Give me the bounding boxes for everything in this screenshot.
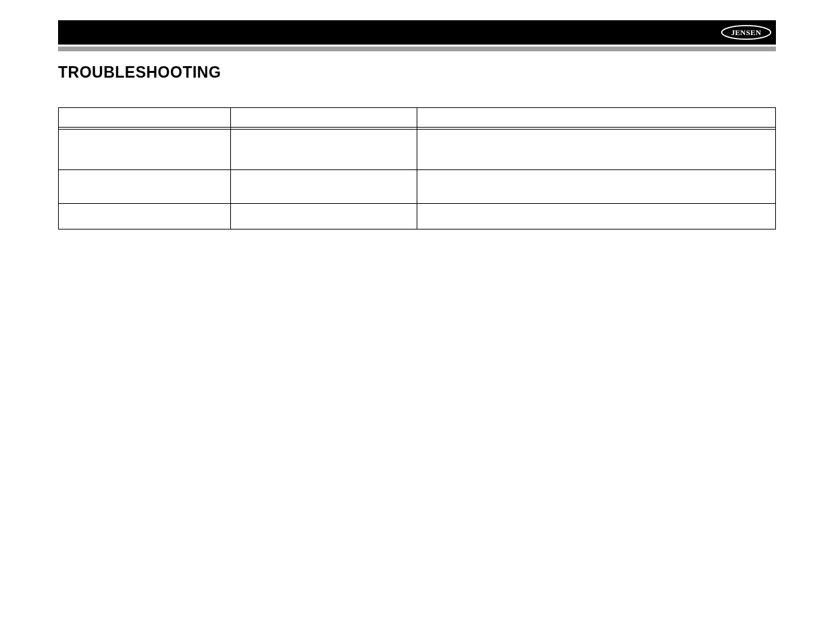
section-title: TROUBLESHOOTING [58, 63, 776, 82]
cell-action [417, 204, 775, 230]
table-header-cause [230, 108, 417, 127]
cell-cause [230, 170, 417, 204]
jensen-logo: JENSEN [721, 24, 772, 41]
table-row [59, 170, 776, 204]
table-header-problem [59, 108, 231, 127]
cell-problem [59, 170, 231, 204]
table-row [59, 130, 776, 170]
table-header-action [417, 108, 775, 127]
table-header-row [59, 108, 776, 127]
logo-text: JENSEN [731, 28, 762, 36]
cell-problem [59, 130, 231, 170]
cell-action [417, 170, 775, 204]
cell-action [417, 130, 775, 170]
table-row [59, 204, 776, 230]
header-bar: JENSEN [58, 20, 776, 45]
cell-problem [59, 204, 231, 230]
header-divider [58, 46, 776, 51]
cell-cause [230, 204, 417, 230]
troubleshooting-table [58, 107, 776, 230]
cell-cause [230, 130, 417, 170]
